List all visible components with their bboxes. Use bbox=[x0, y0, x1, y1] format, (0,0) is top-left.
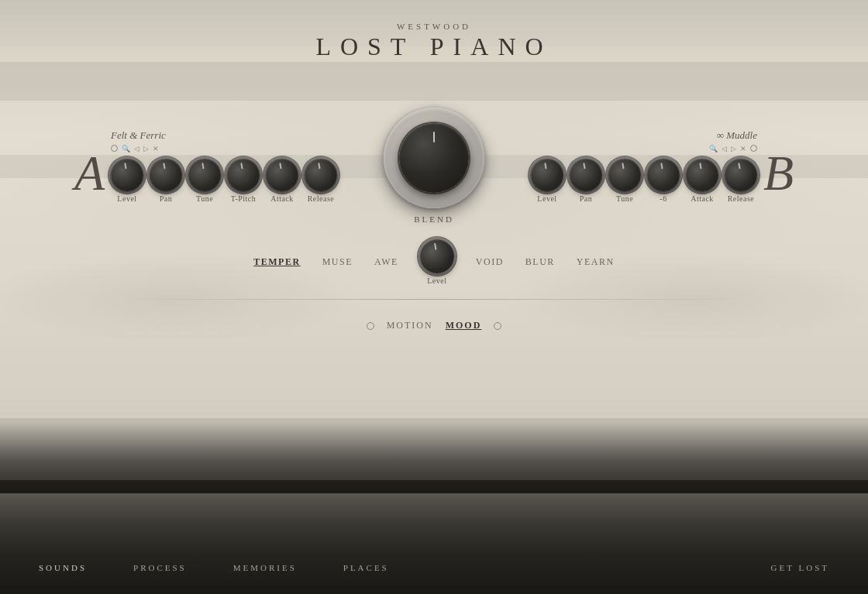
effect-blur[interactable]: BLUR bbox=[525, 256, 555, 268]
blend-knob-inner[interactable] bbox=[399, 123, 469, 193]
knob-level-b: Level bbox=[531, 159, 563, 203]
knob-tune-a-control[interactable] bbox=[188, 159, 221, 191]
knob-pan-a: Pan bbox=[150, 159, 182, 203]
transport-next-a[interactable]: ▷ bbox=[143, 145, 149, 153]
knob-tune-b: Tune bbox=[608, 159, 641, 203]
knob-tune-a-label: Tune bbox=[196, 194, 213, 203]
knob-pan-b: Pan bbox=[570, 159, 602, 203]
effect-awe[interactable]: AWE bbox=[374, 256, 398, 268]
knob-pan-b-label: Pan bbox=[580, 194, 593, 203]
knob-pan-a-control[interactable] bbox=[150, 159, 182, 191]
knob-minus6-b-control[interactable] bbox=[647, 159, 680, 191]
motion-mood-row: MOTION MOOD bbox=[367, 320, 502, 331]
effect-temper[interactable]: TEMPER bbox=[253, 256, 300, 268]
knob-release-a: Release bbox=[305, 159, 337, 203]
nav-process[interactable]: PROCESS bbox=[133, 563, 187, 572]
nav-get-lost[interactable]: GET LOST bbox=[771, 563, 829, 572]
knob-attack-a-label: Attack bbox=[270, 194, 294, 203]
nav-left: SOUNDS PROCESS MEMORIES PLACES bbox=[39, 563, 389, 572]
nav-sounds[interactable]: SOUNDS bbox=[39, 563, 87, 572]
knob-release-b: Release bbox=[725, 159, 757, 203]
knob-level-b-label: Level bbox=[537, 194, 556, 203]
motion-dot[interactable] bbox=[367, 322, 374, 330]
knob-tpitch-a-control[interactable] bbox=[227, 159, 260, 191]
knob-attack-b-label: Attack bbox=[691, 194, 714, 203]
channel-a-header: Felt & Ferric 🔍 ◁ ▷ ✕ bbox=[111, 129, 337, 153]
transport-prev-a[interactable]: ◁ bbox=[134, 145, 140, 153]
brand-label: WESTWOOD bbox=[315, 22, 552, 31]
transport-next-b[interactable]: ▷ bbox=[731, 145, 736, 153]
channel-a-knobs: Level Pan Tune T-Pitch Attack bbox=[111, 159, 337, 203]
knob-tune-b-label: Tune bbox=[616, 194, 633, 203]
knob-attack-b-control[interactable] bbox=[686, 159, 718, 191]
channel-a-label: A bbox=[74, 145, 105, 202]
transport-shuffle-a[interactable]: ✕ bbox=[153, 145, 159, 153]
transport-shuffle-b[interactable]: ✕ bbox=[740, 145, 746, 153]
knob-pan-b-control[interactable] bbox=[570, 159, 602, 191]
knob-attack-a: Attack bbox=[266, 159, 298, 203]
nav-places[interactable]: PLACES bbox=[343, 563, 389, 572]
nav-items: SOUNDS PROCESS MEMORIES PLACES GET LOST bbox=[39, 563, 829, 572]
motion-label[interactable]: MOTION bbox=[387, 320, 433, 331]
blend-section: BLEND bbox=[384, 108, 484, 224]
knob-pan-a-label: Pan bbox=[160, 194, 173, 203]
knob-release-a-label: Release bbox=[308, 194, 335, 203]
knob-minus6-b: -6 bbox=[647, 159, 680, 203]
nav-memories[interactable]: MEMORIES bbox=[233, 563, 297, 572]
main-panel: A Felt & Ferric 🔍 ◁ ▷ ✕ Level bbox=[0, 108, 868, 224]
knob-level-a-label: Level bbox=[117, 194, 136, 203]
blend-knob-outer[interactable] bbox=[384, 108, 484, 208]
knob-attack-b: Attack bbox=[686, 159, 718, 203]
effect-muse[interactable]: MUSE bbox=[322, 256, 353, 268]
transport-record-a[interactable] bbox=[111, 145, 118, 152]
knob-tune-b-control[interactable] bbox=[608, 159, 641, 191]
bottom-nav: SOUNDS PROCESS MEMORIES PLACES GET LOST bbox=[0, 493, 868, 594]
effect-knob-section: Level bbox=[420, 239, 454, 285]
knob-tune-a: Tune bbox=[188, 159, 221, 203]
channel-a-name: Felt & Ferric bbox=[111, 129, 337, 142]
transport-record-b[interactable] bbox=[750, 145, 757, 152]
effect-yearn[interactable]: YEARN bbox=[577, 256, 615, 268]
knob-attack-a-control[interactable] bbox=[266, 159, 298, 191]
knob-level-a-control[interactable] bbox=[111, 159, 143, 191]
knob-minus6-b-label: -6 bbox=[660, 194, 666, 203]
knob-level-b-control[interactable] bbox=[531, 159, 563, 191]
knob-release-a-control[interactable] bbox=[305, 159, 337, 191]
knob-tpitch-a: T-Pitch bbox=[227, 159, 260, 203]
knob-tpitch-a-label: T-Pitch bbox=[231, 194, 257, 203]
channel-b-knobs: Level Pan Tune -6 Attack bbox=[531, 159, 757, 203]
channel-a-controls: Felt & Ferric 🔍 ◁ ▷ ✕ Level Pan bbox=[111, 129, 337, 203]
blend-label: BLEND bbox=[414, 215, 454, 224]
header: WESTWOOD LOST PIANO bbox=[315, 22, 552, 61]
effects-section: TEMPER MUSE AWE Level VOID BLUR YEARN bbox=[253, 239, 614, 285]
mood-dot[interactable] bbox=[494, 322, 501, 330]
transport-search-a[interactable]: 🔍 bbox=[122, 145, 130, 153]
transport-prev-b[interactable]: ◁ bbox=[722, 145, 727, 153]
knob-level-a: Level bbox=[111, 159, 143, 203]
channel-b-name: ∞ Muddle bbox=[717, 129, 757, 142]
channel-b-label: B bbox=[763, 145, 794, 202]
transport-search-b[interactable]: 🔍 bbox=[709, 145, 718, 153]
mood-label[interactable]: MOOD bbox=[446, 320, 482, 331]
effect-level-label: Level bbox=[427, 276, 446, 285]
effect-level-knob[interactable] bbox=[420, 239, 454, 273]
channel-a-transport: 🔍 ◁ ▷ ✕ bbox=[111, 145, 337, 153]
knob-release-b-control[interactable] bbox=[725, 159, 757, 191]
separator-1 bbox=[124, 299, 744, 300]
app-title: LOST PIANO bbox=[315, 33, 552, 61]
channel-b-transport: 🔍 ◁ ▷ ✕ bbox=[709, 145, 757, 153]
channel-b-header: ∞ Muddle 🔍 ◁ ▷ ✕ bbox=[531, 129, 757, 153]
channel-b-controls: ∞ Muddle 🔍 ◁ ▷ ✕ Level Pan bbox=[531, 129, 757, 203]
effect-void[interactable]: VOID bbox=[476, 256, 504, 268]
knob-release-b-label: Release bbox=[728, 194, 755, 203]
